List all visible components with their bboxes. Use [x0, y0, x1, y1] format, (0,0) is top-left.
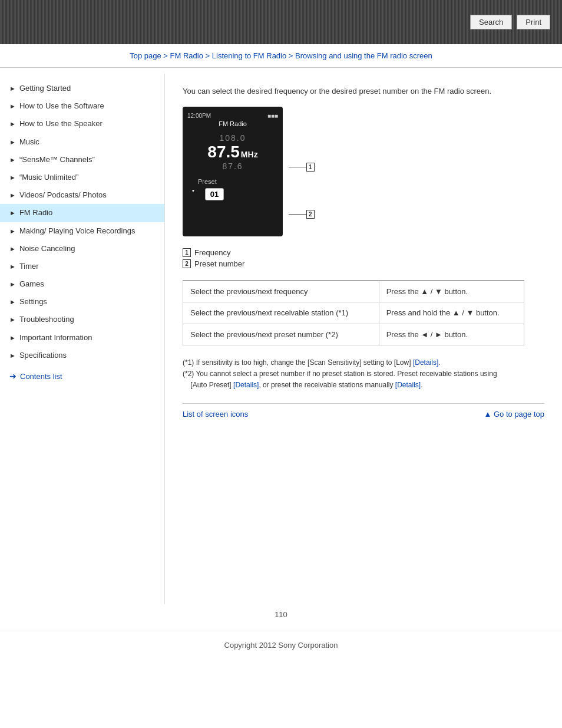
sidebar-item-noise[interactable]: ► Noise Canceling [0, 240, 164, 258]
arrow-icon: ► [9, 351, 16, 360]
sidebar-item-important[interactable]: ► Important Information [0, 329, 164, 347]
arrow-icon: ► [9, 173, 16, 182]
sidebar-item-label: Important Information [19, 332, 158, 343]
fm-freq-next: 87.6 [222, 162, 243, 171]
sidebar-item-games[interactable]: ► Games [0, 275, 164, 293]
sidebar-item-software[interactable]: ► How to Use the Software [0, 97, 164, 115]
table-action-1: Select the previous/next frequency [183, 281, 379, 302]
sidebar-item-timer[interactable]: ► Timer [0, 258, 164, 275]
arrow-icon: ► [9, 120, 16, 129]
go-to-page-top-link[interactable]: Go to page top [484, 410, 545, 419]
arrow-icon: ► [9, 191, 16, 200]
sidebar-item-speaker[interactable]: ► How to Use the Speaker [0, 115, 164, 133]
fm-radio-screen: 12:00PM ■■■ FM Radio 108.0 87.5 MHz 87.6… [183, 107, 283, 236]
sidebar-item-label: Specifications [19, 350, 158, 361]
intro-text: You can select the desired frequency or … [183, 85, 544, 97]
sidebar-item-label: “SensMe™ Channels” [19, 154, 158, 165]
arrow-icon: ► [9, 298, 16, 307]
breadcrumb-listening[interactable]: Listening to FM Radio [212, 51, 286, 60]
sidebar-item-sensme[interactable]: ► “SensMe™ Channels” [0, 151, 164, 169]
arrow-icon: ► [9, 315, 16, 324]
legend-num-2: 2 [183, 259, 191, 268]
arrow-icon: ► [9, 209, 16, 218]
details-link-2[interactable]: [Details] [233, 381, 259, 389]
legend-text-1: Frequency [194, 248, 230, 257]
sidebar-item-videos[interactable]: ► Videos/ Podcasts/ Photos [0, 186, 164, 204]
sidebar-item-label: Music [19, 137, 158, 147]
main-layout: ► Getting Started ► How to Use the Softw… [0, 74, 562, 604]
sidebar-item-label: How to Use the Software [19, 101, 158, 111]
fm-freq-value: 87.5 [207, 144, 240, 160]
sidebar-item-label: How to Use the Speaker [19, 118, 158, 129]
sidebar-item-specifications[interactable]: ► Specifications [0, 347, 164, 364]
sidebar-item-music-unlimited[interactable]: ► “Music Unlimited” [0, 169, 164, 186]
fm-freq-prev: 108.0 [219, 133, 246, 143]
sidebar-item-troubleshooting[interactable]: ► Troubleshooting [0, 311, 164, 328]
contents-list-link[interactable]: ➔ Contents list [0, 367, 164, 386]
right-arrow-icon: ➔ [9, 371, 16, 381]
num-box-1: 1 [306, 163, 315, 172]
sidebar-item-settings[interactable]: ► Settings [0, 293, 164, 311]
sidebar-item-label: Troubleshooting [19, 314, 158, 325]
info-table: Select the previous/next frequency Press… [183, 280, 524, 346]
sidebar-item-voice[interactable]: ► Making/ Playing Voice Recordings [0, 222, 164, 240]
search-button[interactable]: Search [470, 15, 512, 29]
arrow-icon: ► [9, 102, 16, 111]
content-area: You can select the desired frequency or … [165, 74, 562, 604]
fm-time: 12:00PM [187, 113, 211, 119]
sidebar-item-label: FM Radio [19, 207, 158, 218]
fm-freq-mhz: MHz [241, 150, 258, 159]
page-number: 110 [0, 604, 562, 625]
table-action-2: Select the previous/next receivable stat… [183, 302, 379, 324]
fm-preset-value: 01 [205, 188, 224, 200]
fm-preset-dot: • [192, 187, 194, 194]
fm-preset-label: Preset [198, 178, 217, 185]
legend-num-1: 1 [183, 248, 191, 257]
breadcrumb-top[interactable]: Top page [130, 51, 161, 60]
table-row: Select the previous/next receivable stat… [183, 302, 524, 324]
fm-title: FM Radio [219, 120, 247, 127]
sidebar-item-label: Games [19, 279, 158, 289]
breadcrumb-fm-radio[interactable]: FM Radio [170, 51, 203, 60]
copyright: Copyright 2012 Sony Corporation [0, 631, 562, 659]
table-row: Select the previous/next frequency Press… [183, 281, 524, 302]
annotation-lines: 1 2 [289, 107, 324, 236]
sidebar-item-music[interactable]: ► Music [0, 133, 164, 151]
sidebar-item-label: Getting Started [19, 83, 158, 94]
table-action-3: Select the previous/next preset number (… [183, 324, 379, 345]
sidebar-item-label: Noise Canceling [19, 243, 158, 254]
table-button-1: Press the ▲ / ▼ button. [379, 281, 524, 302]
fm-preset-row: • 01 [192, 187, 224, 200]
details-link-1[interactable]: [Details] [413, 358, 438, 367]
annotation-1: 1 [289, 163, 318, 172]
contents-list-label: Contents list [20, 372, 62, 381]
header: Search Print [0, 0, 562, 44]
arrow-icon: ► [9, 245, 16, 253]
notes-area: (*1) If sensitivity is too high, change … [183, 357, 544, 391]
table-button-2: Press and hold the ▲ / ▼ button. [379, 302, 524, 324]
legend-item-1: 1 Frequency [183, 248, 544, 257]
list-of-screen-icons-link[interactable]: List of screen icons [183, 410, 248, 419]
legend-area: 1 Frequency 2 Preset number [183, 248, 544, 268]
fm-battery: ■■■ [267, 113, 278, 119]
note-2: (*2) You cannot select a preset number i… [183, 368, 544, 391]
legend-item-2: 2 Preset number [183, 259, 544, 268]
fm-freq-main: 87.5 MHz [207, 144, 257, 160]
details-link-3[interactable]: [Details] [395, 381, 421, 389]
fm-screen-container: 12:00PM ■■■ FM Radio 108.0 87.5 MHz 87.6… [183, 107, 544, 236]
arrow-icon: ► [9, 84, 16, 93]
sidebar-item-label: Making/ Playing Voice Recordings [19, 226, 158, 236]
print-button[interactable]: Print [517, 15, 550, 29]
sidebar-item-getting-started[interactable]: ► Getting Started [0, 80, 164, 97]
breadcrumb-browsing[interactable]: Browsing and using the FM radio screen [295, 51, 432, 60]
arrow-icon: ► [9, 280, 16, 289]
breadcrumb: Top page > FM Radio > Listening to FM Ra… [0, 44, 562, 68]
footer-links: List of screen icons Go to page top [183, 403, 544, 419]
sidebar-item-label: Videos/ Podcasts/ Photos [19, 190, 158, 200]
num-box-2: 2 [306, 210, 315, 219]
arrow-icon: ► [9, 262, 16, 271]
annotation-2: 2 [289, 210, 318, 219]
table-row: Select the previous/next preset number (… [183, 324, 524, 345]
arrow-icon: ► [9, 138, 16, 147]
sidebar-item-fm-radio[interactable]: ► FM Radio [0, 204, 164, 222]
